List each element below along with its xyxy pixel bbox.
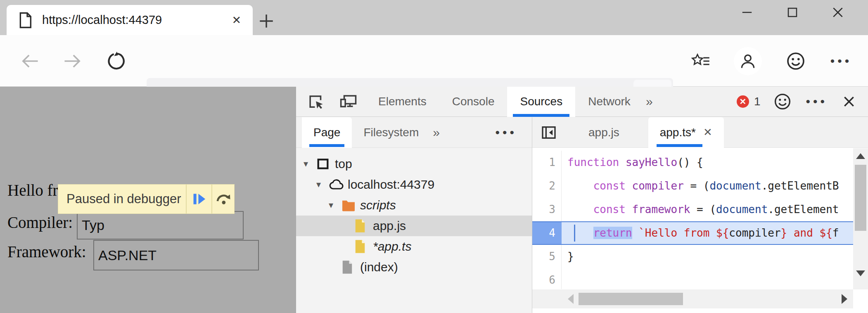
feedback-smiley-icon[interactable] <box>781 35 810 87</box>
tab-sources[interactable]: Sources <box>507 87 575 117</box>
tab-network[interactable]: Network <box>575 87 643 117</box>
tab-page[interactable]: Page <box>302 117 352 148</box>
compiler-label: Compiler: <box>7 213 73 232</box>
line-text <box>562 268 853 289</box>
paused-in-debugger-banner: Paused in debugger <box>58 184 235 214</box>
line-number[interactable]: 5 <box>532 245 562 268</box>
back-button[interactable] <box>16 35 45 87</box>
code-line-paused[interactable]: 4 return `Hello from ${compiler} and ${f <box>532 221 853 245</box>
tree-item-label: top <box>335 157 352 171</box>
scroll-left-icon[interactable] <box>568 294 574 304</box>
maximize-button[interactable] <box>770 0 815 25</box>
line-number[interactable]: 4 <box>532 222 562 244</box>
favorites-hub-icon[interactable] <box>686 35 715 87</box>
scroll-right-icon[interactable] <box>842 294 847 304</box>
line-text: const framework = (document.getElement <box>562 198 853 221</box>
code-lines[interactable]: 1function sayHello() {2 const compiler =… <box>532 148 853 289</box>
line-number[interactable]: 3 <box>532 198 562 221</box>
tree-item-label: localhost:44379 <box>348 178 434 192</box>
cloud-icon <box>329 178 348 191</box>
browser-tab-bar: https://localhost:44379 ✕ <box>0 0 868 35</box>
line-number[interactable]: 1 <box>532 151 562 174</box>
devtools-header: Elements Console Sources Network » ✕ 1 •… <box>296 87 868 117</box>
content-area: Hello fr Compiler: Framework: Paused in … <box>0 87 868 313</box>
tree-item-app.js[interactable]: app.js <box>296 216 532 236</box>
new-tab-button[interactable] <box>258 12 275 30</box>
code-line[interactable]: 3 const framework = (document.getElement <box>532 198 853 221</box>
navigator-menu-icon[interactable]: ••• <box>495 126 517 140</box>
active-tab-underline <box>309 144 344 147</box>
editor-pane: app.js app.ts* ✕ 1function sayHello() {2… <box>532 117 868 313</box>
browser-menu-icon[interactable]: ••• <box>827 35 856 87</box>
line-text: } <box>562 245 853 268</box>
tab-close-icon[interactable]: ✕ <box>232 14 241 27</box>
code-line[interactable]: 5} <box>532 245 853 268</box>
resume-script-button[interactable] <box>186 185 211 213</box>
window-controls <box>724 0 861 25</box>
tree-item-top[interactable]: ▾top <box>296 154 532 174</box>
inspect-element-icon[interactable] <box>308 93 325 110</box>
tree-item-app.ts[interactable]: *app.ts <box>296 236 532 257</box>
vertical-scroll-thumb[interactable] <box>855 165 866 231</box>
folder-icon <box>341 199 360 212</box>
scroll-down-icon[interactable] <box>856 270 865 276</box>
step-over-button[interactable] <box>211 185 234 213</box>
line-number[interactable]: 6 <box>532 268 562 289</box>
refresh-button[interactable] <box>102 35 131 87</box>
line-number[interactable]: 2 <box>532 174 562 198</box>
tree-item-scripts[interactable]: ▾scripts <box>296 195 532 216</box>
error-count: 1 <box>754 95 761 108</box>
line-text: function sayHello() { <box>562 151 853 174</box>
tree-item-label: scripts <box>360 198 396 212</box>
file-icon-yellow <box>354 239 373 254</box>
horizontal-scroll-thumb[interactable] <box>579 293 683 305</box>
page-content: Hello fr Compiler: Framework: Paused in … <box>0 87 296 313</box>
devtools-close-icon[interactable] <box>842 95 856 108</box>
code-line[interactable]: 2 const compiler = (document.getElementB <box>532 174 853 198</box>
tab-console[interactable]: Console <box>439 87 508 117</box>
horizontal-scrollbar[interactable] <box>532 289 853 308</box>
device-toolbar-icon[interactable] <box>339 93 358 110</box>
frame-icon <box>316 157 335 171</box>
compiler-input[interactable] <box>77 211 244 239</box>
tab-filesystem[interactable]: Filesystem <box>352 117 430 148</box>
tab-elements[interactable]: Elements <box>365 87 439 117</box>
tree-item-label: (index) <box>360 260 398 274</box>
tab-title: https://localhost:44379 <box>42 13 232 27</box>
editor-tab-close-icon[interactable]: ✕ <box>703 126 712 139</box>
line-text: const compiler = (document.getElementB <box>562 174 853 198</box>
tree-item-index[interactable]: (index) <box>296 257 532 277</box>
devtools-panel: Elements Console Sources Network » ✕ 1 •… <box>296 87 868 313</box>
line-text: return `Hello from ${compiler} and ${f <box>562 222 853 244</box>
toggle-navigator-icon[interactable] <box>541 124 557 141</box>
tree-item-label: *app.ts <box>373 239 411 254</box>
editor-tab-appts[interactable]: app.ts* ✕ <box>648 117 724 148</box>
window-close-button[interactable] <box>815 0 861 25</box>
editor-tabs: app.js app.ts* ✕ <box>532 117 868 148</box>
devtools-feedback-smiley-icon[interactable] <box>773 92 792 111</box>
browser-tab[interactable]: https://localhost:44379 ✕ <box>7 5 253 35</box>
code-line[interactable]: 1function sayHello() { <box>532 151 853 174</box>
more-tabs-chevron-icon[interactable]: » <box>646 95 653 109</box>
scroll-up-icon[interactable] <box>856 153 865 159</box>
error-badge-icon[interactable]: ✕ <box>737 95 749 108</box>
resume-icon <box>191 191 207 207</box>
expander-icon[interactable]: ▾ <box>329 200 341 211</box>
profile-button[interactable] <box>733 35 762 87</box>
framework-label: Framework: <box>7 242 86 261</box>
step-over-icon <box>215 191 232 207</box>
tree-item-localhost44379[interactable]: ▾localhost:44379 <box>296 174 532 195</box>
vertical-scrollbar[interactable] <box>853 148 868 289</box>
framework-input[interactable] <box>93 240 259 270</box>
minimize-button[interactable] <box>724 0 770 25</box>
file-icon-gray <box>341 260 360 275</box>
forward-button[interactable] <box>58 35 87 87</box>
code-editor: 1function sayHello() {2 const compiler =… <box>532 148 868 313</box>
devtools-menu-icon[interactable]: ••• <box>806 95 828 109</box>
expander-icon[interactable]: ▾ <box>316 179 329 190</box>
expander-icon[interactable]: ▾ <box>304 159 316 169</box>
navigator-pane: Page Filesystem » ••• ▾top▾localhost:443… <box>296 117 532 313</box>
code-line[interactable]: 6 <box>532 268 853 289</box>
more-navigator-tabs-chevron-icon[interactable]: » <box>433 126 440 140</box>
editor-tab-appjs[interactable]: app.js <box>577 117 631 148</box>
